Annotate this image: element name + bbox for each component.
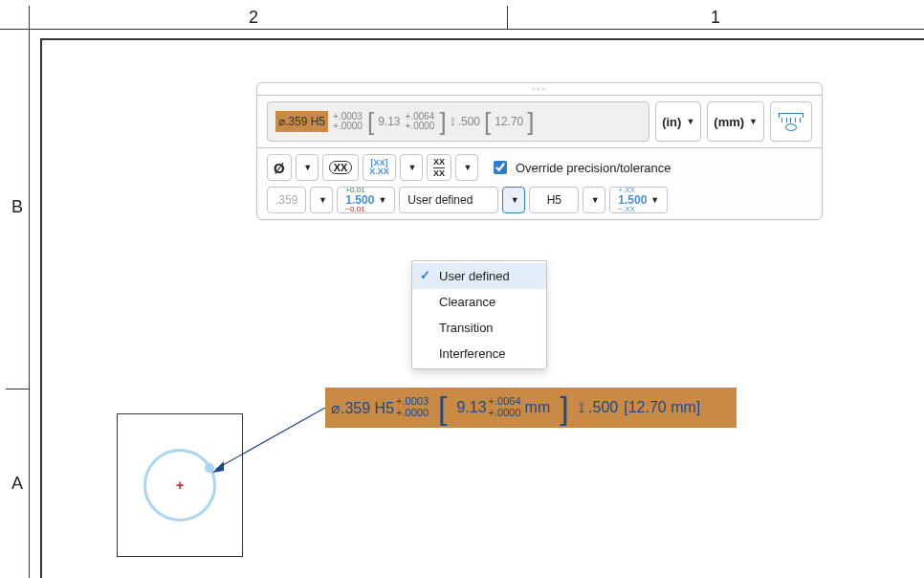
limit-tolerance-toggle[interactable]: XX XX xyxy=(427,154,451,181)
caret-down-icon: ▼ xyxy=(511,195,519,205)
caret-down-icon: ▼ xyxy=(303,163,312,172)
limit-icon: XX XX xyxy=(433,158,445,178)
precision-selector[interactable]: +0.01 1.500 −0.01 ▼ xyxy=(337,187,395,213)
caret-down-icon: ▼ xyxy=(686,117,694,126)
caret-down-icon: ▼ xyxy=(650,195,659,205)
anno-dual-tol-lower: +.0000 xyxy=(489,408,521,419)
leader-anchor-point[interactable] xyxy=(205,463,214,473)
unit-mm-button[interactable]: (mm)▼ xyxy=(707,101,764,142)
override-label: Override precision/tolerance xyxy=(516,161,671,175)
fit-type-menu: User defined Clearance Transition Interf… xyxy=(411,260,547,369)
caret-down-icon: ▼ xyxy=(749,117,758,126)
preview-tol-lower: +.0000 xyxy=(333,122,363,132)
fit-type-display[interactable]: User defined xyxy=(399,187,498,213)
caret-down-icon: ▼ xyxy=(591,195,600,205)
unit-mm-label: (mm) xyxy=(714,115,744,129)
unit-inch-button[interactable]: (in)▼ xyxy=(655,101,701,142)
limit-dropdown[interactable]: ▼ xyxy=(455,154,478,181)
panel-drag-handle[interactable]: ▫▫▫ xyxy=(257,83,822,95)
column-ruler: 2 1 xyxy=(0,6,924,30)
basic-tolerance-toggle[interactable]: XX xyxy=(322,154,360,181)
dimension-editor-panel: ▫▫▫ ⌀.359 H5 +.0003 +.0000 [ 9.13 +.0 xyxy=(256,82,823,220)
fit-class-selector[interactable]: H5 xyxy=(529,187,579,213)
preview-dual-tol-lower: +.0000 xyxy=(406,122,435,132)
anno-fit-class: H5 xyxy=(375,400,394,416)
reference-dropdown[interactable]: ▼ xyxy=(400,154,423,181)
fit-option-interference[interactable]: Interference xyxy=(412,341,546,367)
anno-depth-dual: [12.70 mm] xyxy=(624,399,700,416)
unit-inch-label: (in) xyxy=(662,115,681,129)
tolerance-precision-selector[interactable]: +.XX 1.500 −.XX ▼ xyxy=(609,187,668,213)
nominal-value-input[interactable]: .359 xyxy=(267,187,306,213)
center-mark-icon: + xyxy=(176,478,184,493)
preview-diameter-symbol: ⌀ xyxy=(278,115,285,128)
anno-dual-unit: mm xyxy=(525,399,551,416)
fit-option-clearance[interactable]: Clearance xyxy=(412,289,546,315)
anno-dual-value: 9.13 xyxy=(456,399,486,416)
reference-icon: [XX] X.XX xyxy=(369,159,389,176)
diameter-dropdown[interactable]: ▼ xyxy=(296,154,319,181)
basic-icon: XX xyxy=(329,161,353,174)
dimension-preview-box[interactable]: ⌀.359 H5 +.0003 +.0000 [ 9.13 +.0064 +.0… xyxy=(267,101,649,142)
ruler-eye-icon xyxy=(779,113,803,131)
anno-value: .359 xyxy=(341,400,370,416)
nominal-dropdown[interactable]: ▼ xyxy=(310,187,333,213)
reference-tolerance-toggle[interactable]: [XX] X.XX xyxy=(363,154,396,181)
anno-tol-lower: +.0000 xyxy=(396,408,429,419)
row-ruler: B A xyxy=(6,6,30,578)
diameter-toggle[interactable]: Ø xyxy=(267,154,292,181)
show-tolerance-button[interactable] xyxy=(770,101,812,142)
preview-depth-value: .500 xyxy=(458,115,480,128)
column-label-2: 2 xyxy=(0,6,507,29)
fit-option-user-defined[interactable]: User defined xyxy=(412,263,546,289)
anno-depth-value: .500 xyxy=(588,399,618,415)
anno-diameter-symbol: ⌀ xyxy=(331,400,341,416)
diameter-icon: Ø xyxy=(274,160,285,176)
preview-depth-symbol: ⟟ xyxy=(451,115,454,128)
fit-class-dropdown[interactable]: ▼ xyxy=(583,187,605,213)
override-precision-checkbox[interactable]: Override precision/tolerance xyxy=(490,158,671,177)
caret-down-icon: ▼ xyxy=(463,163,472,172)
preview-depth-dual: 12.70 xyxy=(495,115,523,128)
fit-type-dropdown[interactable]: ▼ xyxy=(502,187,525,213)
caret-down-icon: ▼ xyxy=(319,195,327,205)
override-checkbox-input[interactable] xyxy=(494,161,507,174)
part-view[interactable]: + xyxy=(117,413,243,557)
fit-option-transition[interactable]: Transition xyxy=(412,315,546,341)
row-label-b: B xyxy=(6,25,29,389)
caret-down-icon: ▼ xyxy=(407,163,416,172)
preview-dual-value: 9.13 xyxy=(378,115,400,128)
column-label-1: 1 xyxy=(507,6,924,29)
preview-fit-class: H5 xyxy=(311,115,325,128)
anno-depth-symbol: ⟟ xyxy=(579,399,584,415)
caret-down-icon: ▼ xyxy=(378,195,386,205)
preview-value: .359 xyxy=(285,115,307,128)
row-label-a: A xyxy=(6,389,29,578)
dimension-annotation[interactable]: ⌀.359 H5 +.0003 +.0000 [ 9.13 +.0064 +.0… xyxy=(325,388,737,428)
